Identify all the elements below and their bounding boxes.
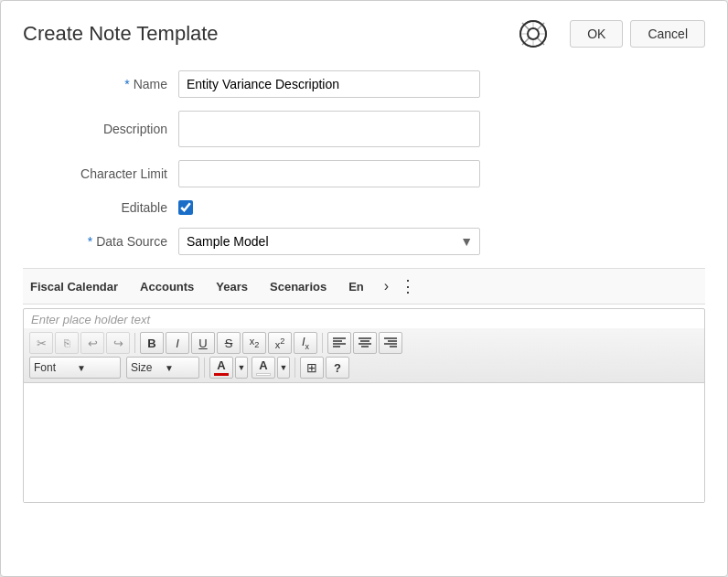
size-label: Size <box>131 361 161 374</box>
tab-scenarios[interactable]: Scenarios <box>262 276 341 297</box>
char-limit-label: Character Limit <box>23 166 178 181</box>
strikethrough-icon: S <box>225 337 233 350</box>
editor-toolbar: ✂ ⎘ ↩ ↪ B <box>24 328 704 383</box>
font-color-indicator <box>214 373 229 376</box>
highlight-color-indicator <box>256 373 271 376</box>
name-input[interactable] <box>178 70 480 98</box>
toolbar-separator-3 <box>204 358 205 378</box>
description-input[interactable] <box>178 111 480 147</box>
highlight-color-button[interactable]: A <box>252 357 275 379</box>
tab-accounts[interactable]: Accounts <box>133 276 209 297</box>
help-icon[interactable] <box>519 19 548 48</box>
dialog-header: Create Note Template OK Cancel <box>23 19 705 48</box>
special-chars-button[interactable]: ⊞ <box>300 357 324 379</box>
datasource-select-container: Sample Model Option 2 Option 3 ▼ <box>178 228 480 255</box>
help-toolbar-button[interactable]: ? <box>326 357 349 379</box>
toolbar-row-1: ✂ ⎘ ↩ ↪ B <box>29 332 699 354</box>
tab-en[interactable]: En <box>341 276 379 297</box>
create-note-template-dialog: Create Note Template OK Cancel *Name Des… <box>0 0 728 577</box>
redo-button[interactable]: ↪ <box>106 332 130 354</box>
tab-fiscal-calendar[interactable]: Fiscal Calendar <box>23 276 133 297</box>
copy-icon: ⎘ <box>64 337 70 348</box>
special-chars-icon: ⊞ <box>306 360 317 375</box>
datasource-row: *Data Source Sample Model Option 2 Optio… <box>23 228 705 255</box>
size-dropdown-arrow-icon: ▼ <box>165 363 195 373</box>
size-dropdown[interactable]: Size ▼ <box>126 357 199 379</box>
tab-years[interactable]: Years <box>209 276 262 297</box>
font-label: Font <box>34 361 73 374</box>
subscript-button[interactable]: x2 <box>242 332 266 354</box>
name-label: *Name <box>23 77 178 91</box>
datasource-required-star: * <box>88 234 92 249</box>
bold-icon: B <box>147 337 155 350</box>
description-label: Description <box>23 122 178 136</box>
highlight-a-icon: A <box>259 359 267 372</box>
dialog-title: Create Note Template <box>23 22 519 46</box>
font-dropdown[interactable]: Font ▼ <box>29 357 121 379</box>
name-required-star: * <box>124 77 129 91</box>
ok-button[interactable]: OK <box>570 20 623 48</box>
description-row: Description <box>23 111 705 147</box>
font-color-arrow-button[interactable]: ▼ <box>235 357 248 379</box>
datasource-select[interactable]: Sample Model Option 2 Option 3 <box>178 228 480 255</box>
char-limit-row: Character Limit <box>23 160 705 187</box>
copy-button[interactable]: ⎘ <box>55 332 79 354</box>
cut-button[interactable]: ✂ <box>29 332 53 354</box>
editable-checkbox[interactable] <box>178 200 193 215</box>
superscript-button[interactable]: x2 <box>268 332 292 354</box>
toolbar-separator-1 <box>134 333 135 353</box>
toolbar-row-2: Font ▼ Size ▼ A ▼ A <box>29 357 699 379</box>
datasource-label: *Data Source <box>23 234 178 249</box>
removeformat-button[interactable]: Ix <box>294 332 317 354</box>
char-limit-input[interactable] <box>178 160 480 187</box>
editable-checkbox-container <box>178 200 193 215</box>
toolbar-separator-2 <box>322 333 323 353</box>
editable-row: Editable <box>23 200 705 215</box>
align-left-icon <box>333 337 346 350</box>
subscript-icon: x2 <box>250 336 260 349</box>
tab-next-button[interactable]: › <box>379 276 394 296</box>
font-color-button[interactable]: A <box>209 357 233 379</box>
align-center-icon <box>359 337 371 350</box>
editable-label: Editable <box>23 200 178 215</box>
tabs-row: Fiscal Calendar Accounts Years Scenarios… <box>23 268 705 305</box>
underline-icon: U <box>198 337 207 350</box>
superscript-icon: x2 <box>275 337 285 350</box>
align-right-button[interactable] <box>379 332 402 354</box>
italic-button[interactable]: I <box>166 332 189 354</box>
bold-button[interactable]: B <box>140 332 164 354</box>
italic-icon: I <box>176 337 179 350</box>
editor-placeholder: Enter place holder text <box>24 309 704 328</box>
name-row: *Name <box>23 70 705 98</box>
removeformat-icon: Ix <box>302 335 309 351</box>
font-color-a-icon: A <box>217 359 225 372</box>
cancel-button[interactable]: Cancel <box>630 20 705 48</box>
align-left-button[interactable] <box>327 332 351 354</box>
strikethrough-button[interactable]: S <box>217 332 241 354</box>
align-center-button[interactable] <box>353 332 377 354</box>
redo-icon: ↪ <box>113 337 123 350</box>
highlight-color-arrow-button[interactable]: ▼ <box>277 357 290 379</box>
help-toolbar-icon: ? <box>334 361 341 375</box>
undo-icon: ↩ <box>88 337 98 350</box>
undo-button[interactable]: ↩ <box>80 332 104 354</box>
underline-button[interactable]: U <box>191 332 215 354</box>
align-right-icon <box>384 337 397 350</box>
toolbar-separator-4 <box>294 358 295 378</box>
font-dropdown-arrow-icon: ▼ <box>77 363 116 373</box>
editor-area: Enter place holder text ✂ ⎘ ↩ ↪ <box>23 308 705 503</box>
tab-more-button[interactable]: ⋮ <box>394 274 422 298</box>
editor-content[interactable] <box>24 383 704 502</box>
cut-icon: ✂ <box>37 337 47 350</box>
